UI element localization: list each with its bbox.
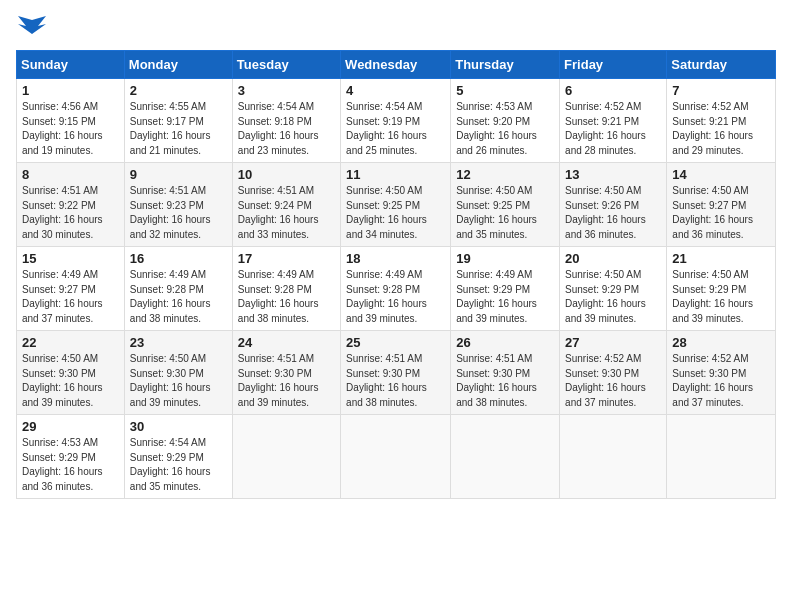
day-number: 29	[22, 419, 119, 434]
table-row: 21 Sunrise: 4:50 AMSunset: 9:29 PMDaylig…	[667, 247, 776, 331]
table-row: 24 Sunrise: 4:51 AMSunset: 9:30 PMDaylig…	[232, 331, 340, 415]
day-number: 27	[565, 335, 661, 350]
table-row	[232, 415, 340, 499]
table-row: 13 Sunrise: 4:50 AMSunset: 9:26 PMDaylig…	[560, 163, 667, 247]
table-row: 5 Sunrise: 4:53 AMSunset: 9:20 PMDayligh…	[451, 79, 560, 163]
day-info: Sunrise: 4:50 AMSunset: 9:29 PMDaylight:…	[565, 268, 661, 326]
day-number: 3	[238, 83, 335, 98]
col-thursday: Thursday	[451, 51, 560, 79]
day-info: Sunrise: 4:52 AMSunset: 9:21 PMDaylight:…	[565, 100, 661, 158]
day-info: Sunrise: 4:49 AMSunset: 9:28 PMDaylight:…	[238, 268, 335, 326]
table-row: 11 Sunrise: 4:50 AMSunset: 9:25 PMDaylig…	[341, 163, 451, 247]
day-number: 18	[346, 251, 445, 266]
table-row: 14 Sunrise: 4:50 AMSunset: 9:27 PMDaylig…	[667, 163, 776, 247]
table-row: 10 Sunrise: 4:51 AMSunset: 9:24 PMDaylig…	[232, 163, 340, 247]
table-row: 19 Sunrise: 4:49 AMSunset: 9:29 PMDaylig…	[451, 247, 560, 331]
day-info: Sunrise: 4:50 AMSunset: 9:26 PMDaylight:…	[565, 184, 661, 242]
svg-marker-0	[18, 16, 46, 34]
day-number: 2	[130, 83, 227, 98]
table-row: 29 Sunrise: 4:53 AMSunset: 9:29 PMDaylig…	[17, 415, 125, 499]
day-info: Sunrise: 4:51 AMSunset: 9:23 PMDaylight:…	[130, 184, 227, 242]
day-info: Sunrise: 4:56 AMSunset: 9:15 PMDaylight:…	[22, 100, 119, 158]
day-number: 30	[130, 419, 227, 434]
day-number: 17	[238, 251, 335, 266]
col-tuesday: Tuesday	[232, 51, 340, 79]
day-info: Sunrise: 4:53 AMSunset: 9:20 PMDaylight:…	[456, 100, 554, 158]
day-info: Sunrise: 4:54 AMSunset: 9:29 PMDaylight:…	[130, 436, 227, 494]
table-row	[451, 415, 560, 499]
table-row: 1 Sunrise: 4:56 AMSunset: 9:15 PMDayligh…	[17, 79, 125, 163]
table-row: 23 Sunrise: 4:50 AMSunset: 9:30 PMDaylig…	[124, 331, 232, 415]
day-number: 19	[456, 251, 554, 266]
day-number: 24	[238, 335, 335, 350]
day-info: Sunrise: 4:51 AMSunset: 9:30 PMDaylight:…	[346, 352, 445, 410]
day-number: 1	[22, 83, 119, 98]
day-number: 28	[672, 335, 770, 350]
day-number: 4	[346, 83, 445, 98]
table-row: 30 Sunrise: 4:54 AMSunset: 9:29 PMDaylig…	[124, 415, 232, 499]
col-wednesday: Wednesday	[341, 51, 451, 79]
day-number: 20	[565, 251, 661, 266]
table-row: 25 Sunrise: 4:51 AMSunset: 9:30 PMDaylig…	[341, 331, 451, 415]
day-info: Sunrise: 4:49 AMSunset: 9:29 PMDaylight:…	[456, 268, 554, 326]
table-row: 6 Sunrise: 4:52 AMSunset: 9:21 PMDayligh…	[560, 79, 667, 163]
day-number: 5	[456, 83, 554, 98]
day-number: 10	[238, 167, 335, 182]
calendar-header-row: Sunday Monday Tuesday Wednesday Thursday…	[17, 51, 776, 79]
day-number: 15	[22, 251, 119, 266]
table-row	[667, 415, 776, 499]
table-row: 3 Sunrise: 4:54 AMSunset: 9:18 PMDayligh…	[232, 79, 340, 163]
day-number: 6	[565, 83, 661, 98]
day-info: Sunrise: 4:49 AMSunset: 9:28 PMDaylight:…	[130, 268, 227, 326]
table-row: 28 Sunrise: 4:52 AMSunset: 9:30 PMDaylig…	[667, 331, 776, 415]
day-number: 11	[346, 167, 445, 182]
table-row: 15 Sunrise: 4:49 AMSunset: 9:27 PMDaylig…	[17, 247, 125, 331]
day-number: 13	[565, 167, 661, 182]
day-number: 21	[672, 251, 770, 266]
day-number: 22	[22, 335, 119, 350]
day-info: Sunrise: 4:54 AMSunset: 9:19 PMDaylight:…	[346, 100, 445, 158]
calendar-table: Sunday Monday Tuesday Wednesday Thursday…	[16, 50, 776, 499]
day-info: Sunrise: 4:53 AMSunset: 9:29 PMDaylight:…	[22, 436, 119, 494]
page-header	[16, 16, 776, 38]
table-row	[341, 415, 451, 499]
table-row	[560, 415, 667, 499]
day-info: Sunrise: 4:50 AMSunset: 9:30 PMDaylight:…	[130, 352, 227, 410]
day-number: 25	[346, 335, 445, 350]
table-row: 20 Sunrise: 4:50 AMSunset: 9:29 PMDaylig…	[560, 247, 667, 331]
day-number: 8	[22, 167, 119, 182]
table-row: 22 Sunrise: 4:50 AMSunset: 9:30 PMDaylig…	[17, 331, 125, 415]
logo-bird-icon	[18, 16, 46, 38]
col-saturday: Saturday	[667, 51, 776, 79]
table-row: 4 Sunrise: 4:54 AMSunset: 9:19 PMDayligh…	[341, 79, 451, 163]
day-info: Sunrise: 4:52 AMSunset: 9:30 PMDaylight:…	[672, 352, 770, 410]
table-row: 9 Sunrise: 4:51 AMSunset: 9:23 PMDayligh…	[124, 163, 232, 247]
day-number: 7	[672, 83, 770, 98]
day-info: Sunrise: 4:51 AMSunset: 9:30 PMDaylight:…	[238, 352, 335, 410]
day-info: Sunrise: 4:52 AMSunset: 9:30 PMDaylight:…	[565, 352, 661, 410]
day-number: 12	[456, 167, 554, 182]
day-info: Sunrise: 4:50 AMSunset: 9:29 PMDaylight:…	[672, 268, 770, 326]
day-info: Sunrise: 4:50 AMSunset: 9:30 PMDaylight:…	[22, 352, 119, 410]
day-info: Sunrise: 4:49 AMSunset: 9:28 PMDaylight:…	[346, 268, 445, 326]
table-row: 8 Sunrise: 4:51 AMSunset: 9:22 PMDayligh…	[17, 163, 125, 247]
day-info: Sunrise: 4:50 AMSunset: 9:27 PMDaylight:…	[672, 184, 770, 242]
logo	[16, 16, 46, 38]
table-row: 16 Sunrise: 4:49 AMSunset: 9:28 PMDaylig…	[124, 247, 232, 331]
table-row: 7 Sunrise: 4:52 AMSunset: 9:21 PMDayligh…	[667, 79, 776, 163]
table-row: 17 Sunrise: 4:49 AMSunset: 9:28 PMDaylig…	[232, 247, 340, 331]
day-info: Sunrise: 4:50 AMSunset: 9:25 PMDaylight:…	[456, 184, 554, 242]
day-number: 16	[130, 251, 227, 266]
table-row: 27 Sunrise: 4:52 AMSunset: 9:30 PMDaylig…	[560, 331, 667, 415]
day-info: Sunrise: 4:49 AMSunset: 9:27 PMDaylight:…	[22, 268, 119, 326]
table-row: 18 Sunrise: 4:49 AMSunset: 9:28 PMDaylig…	[341, 247, 451, 331]
day-number: 9	[130, 167, 227, 182]
day-info: Sunrise: 4:51 AMSunset: 9:30 PMDaylight:…	[456, 352, 554, 410]
day-info: Sunrise: 4:54 AMSunset: 9:18 PMDaylight:…	[238, 100, 335, 158]
col-friday: Friday	[560, 51, 667, 79]
day-info: Sunrise: 4:51 AMSunset: 9:24 PMDaylight:…	[238, 184, 335, 242]
day-number: 26	[456, 335, 554, 350]
table-row: 12 Sunrise: 4:50 AMSunset: 9:25 PMDaylig…	[451, 163, 560, 247]
col-sunday: Sunday	[17, 51, 125, 79]
day-info: Sunrise: 4:51 AMSunset: 9:22 PMDaylight:…	[22, 184, 119, 242]
